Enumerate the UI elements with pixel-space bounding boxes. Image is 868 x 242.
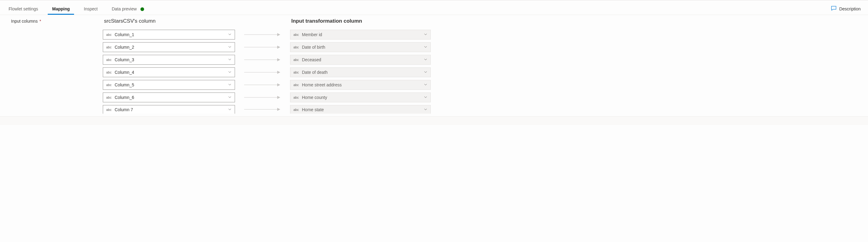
type-abc-icon: abc xyxy=(290,96,301,99)
tab-bar: Flowlet settings Mapping Inspect Data pr… xyxy=(0,2,868,15)
type-abc-icon: abc xyxy=(290,71,301,74)
mapping-row: abcColumn_2abcDate of birth xyxy=(103,42,864,52)
type-abc-icon: abc xyxy=(103,33,114,36)
source-column-dropdown[interactable]: abcColumn_4 xyxy=(103,68,235,77)
type-abc-icon: abc xyxy=(103,96,114,99)
mapping-arrow-icon xyxy=(235,45,290,49)
source-column-value: Column_1 xyxy=(114,32,225,37)
chevron-down-icon xyxy=(225,107,235,112)
data-preview-status-dot xyxy=(141,7,144,11)
tab-data-preview[interactable]: Data preview xyxy=(107,4,148,15)
type-abc-icon: abc xyxy=(103,45,114,49)
target-column-value: Date of birth xyxy=(301,45,421,50)
mapping-row: abcColumn 7abcHome state xyxy=(103,105,864,114)
chevron-down-icon xyxy=(421,95,431,100)
type-abc-icon: abc xyxy=(103,108,114,111)
source-column-dropdown[interactable]: abcColumn_3 xyxy=(103,55,235,65)
chevron-down-icon xyxy=(421,82,431,87)
target-column-dropdown[interactable]: abcHome street address xyxy=(290,80,431,90)
target-column-value: Home state xyxy=(301,107,421,112)
source-column-header: srcStarsCSV's column xyxy=(103,18,235,24)
source-column-value: Column_5 xyxy=(114,82,225,87)
mapping-row: abcColumn_5abcHome street address xyxy=(103,80,864,90)
target-column-dropdown[interactable]: abcMember id xyxy=(290,30,431,39)
tab-inspect[interactable]: Inspect xyxy=(80,4,102,15)
type-abc-icon: abc xyxy=(290,45,301,49)
tab-flowlet-settings[interactable]: Flowlet settings xyxy=(4,4,42,15)
type-abc-icon: abc xyxy=(103,71,114,74)
input-columns-label: Input columns xyxy=(11,19,38,24)
type-abc-icon: abc xyxy=(103,58,114,61)
target-column-dropdown[interactable]: abcDate of birth xyxy=(290,42,431,52)
source-column-value: Column_3 xyxy=(114,57,225,62)
mapping-arrow-icon xyxy=(235,83,290,87)
mapping-arrow-icon xyxy=(235,32,290,37)
chevron-down-icon xyxy=(225,32,235,37)
target-column-dropdown[interactable]: abcDate of death xyxy=(290,68,431,77)
bottom-status-bar xyxy=(0,116,868,125)
target-column-header: Input transformation column xyxy=(290,18,864,24)
target-column-value: Date of death xyxy=(301,70,421,75)
target-column-value: Member id xyxy=(301,32,421,37)
type-abc-icon: abc xyxy=(290,33,301,36)
target-column-dropdown[interactable]: abcHome county xyxy=(290,92,431,102)
description-label: Description xyxy=(839,6,861,11)
chevron-down-icon xyxy=(225,57,235,62)
description-button[interactable]: Description xyxy=(828,3,864,15)
target-column-dropdown[interactable]: abcDeceased xyxy=(290,55,431,65)
chevron-down-icon xyxy=(225,82,235,87)
target-column-value: Home street address xyxy=(301,82,421,87)
comment-icon xyxy=(831,5,837,12)
mapping-arrow-icon xyxy=(235,95,290,100)
chevron-down-icon xyxy=(421,70,431,75)
chevron-down-icon xyxy=(225,70,235,75)
source-column-dropdown[interactable]: abcColumn_1 xyxy=(103,30,235,39)
source-column-value: Column_4 xyxy=(114,70,225,75)
tab-data-preview-label: Data preview xyxy=(112,6,137,11)
mapping-row: abcColumn_6abcHome county xyxy=(103,92,864,102)
target-column-value: Deceased xyxy=(301,57,421,62)
source-column-dropdown[interactable]: abcColumn_5 xyxy=(103,80,235,90)
source-column-dropdown[interactable]: abcColumn_6 xyxy=(103,92,235,102)
mapping-row: abcColumn_1abcMember id xyxy=(103,30,864,39)
chevron-down-icon xyxy=(225,45,235,50)
mapping-row: abcColumn_4abcDate of death xyxy=(103,68,864,77)
target-column-value: Home county xyxy=(301,95,421,100)
type-abc-icon: abc xyxy=(103,83,114,87)
chevron-down-icon xyxy=(225,95,235,100)
target-column-dropdown[interactable]: abcHome state xyxy=(290,105,431,114)
source-column-value: Column_2 xyxy=(114,45,225,50)
chevron-down-icon xyxy=(421,32,431,37)
source-column-dropdown[interactable]: abcColumn_2 xyxy=(103,42,235,52)
mapping-arrow-icon xyxy=(235,58,290,62)
chevron-down-icon xyxy=(421,45,431,50)
mapping-arrow-icon xyxy=(235,107,290,111)
mapping-arrow-icon xyxy=(235,70,290,75)
type-abc-icon: abc xyxy=(290,58,301,61)
tab-mapping[interactable]: Mapping xyxy=(48,4,74,15)
type-abc-icon: abc xyxy=(290,108,301,111)
type-abc-icon: abc xyxy=(290,83,301,87)
required-asterisk: * xyxy=(39,19,41,24)
chevron-down-icon xyxy=(421,107,431,112)
source-column-value: Column 7 xyxy=(114,107,225,112)
chevron-down-icon xyxy=(421,57,431,62)
mapping-row: abcColumn_3abcDeceased xyxy=(103,55,864,65)
source-column-value: Column_6 xyxy=(114,95,225,100)
source-column-dropdown[interactable]: abcColumn 7 xyxy=(103,105,235,114)
